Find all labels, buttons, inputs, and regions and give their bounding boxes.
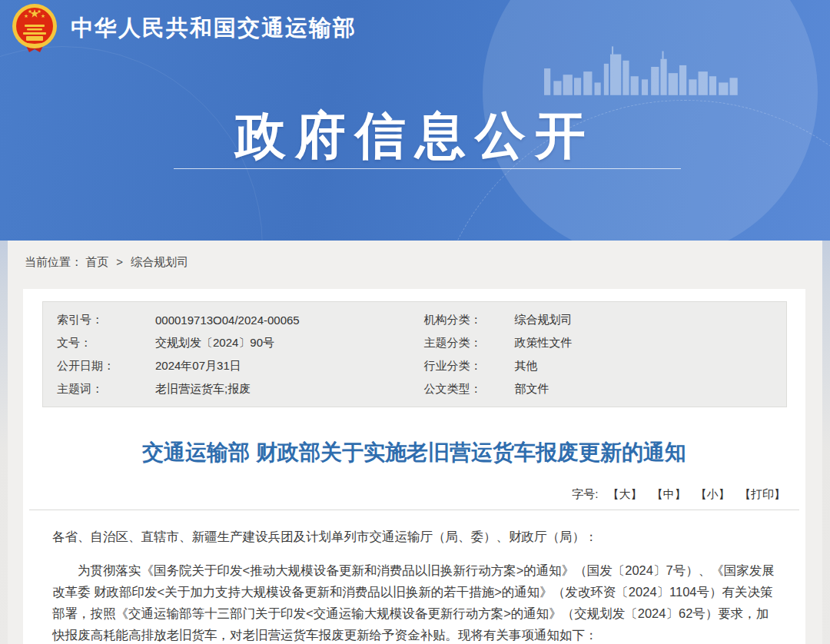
title-divider	[29, 510, 799, 510]
font-size-controls: 字号: 【大】 【中】 【小】 【打印】	[23, 487, 785, 502]
site-header: 中华人民共和国交通运输部	[0, 0, 830, 57]
meta-row-org-category: 机构分类： 综合规划司	[415, 308, 787, 331]
article-paragraph: 为贯彻落实《国务院关于印发<推动大规模设备更新和消费品以旧换新行动方案>的通知》…	[52, 559, 775, 644]
article-salutation: 各省、自治区、直辖市、新疆生产建设兵团及计划单列市交通运输厅（局、委）、财政厅（…	[52, 526, 775, 547]
meta-row-industry-category: 行业分类： 其他	[415, 354, 787, 377]
document-card: 索引号： 000019713O04/2024-00065 机构分类： 综合规划司…	[23, 289, 805, 644]
article-body: 各省、自治区、直辖市、新疆生产建设兵团及计划单列市交通运输厅（局、委）、财政厅（…	[52, 526, 775, 644]
meta-row-topic-category: 主题分类： 政策性文件	[415, 331, 787, 354]
breadcrumb-home-link[interactable]: 首页	[85, 255, 108, 268]
document-metadata-table: 索引号： 000019713O04/2024-00065 机构分类： 综合规划司…	[42, 301, 787, 407]
font-large-button[interactable]: 【大】	[607, 487, 642, 502]
meta-row-doc-type: 公文类型： 部文件	[415, 377, 787, 400]
meta-row-publish-date: 公开日期： 2024年07月31日	[43, 354, 415, 377]
font-medium-button[interactable]: 【中】	[652, 487, 686, 502]
breadcrumb-section-link[interactable]: 综合规划司	[131, 255, 188, 268]
breadcrumb-label: 当前位置：	[25, 255, 82, 268]
national-emblem-icon[interactable]	[11, 3, 58, 54]
breadcrumb-separator: >	[116, 255, 123, 268]
font-small-button[interactable]: 【小】	[696, 487, 730, 502]
content-area: 当前位置： 首页 > 综合规划司 索引号： 000019713O04/2024-…	[8, 241, 822, 644]
site-banner: 中华人民共和国交通运输部 政府信息公开	[0, 0, 830, 241]
meta-row-index-no: 索引号： 000019713O04/2024-00065	[43, 308, 415, 331]
banner-title: 政府信息公开	[0, 101, 830, 171]
gov-info-page: { "header": { "site_name": "中华人民共和国交通运输部…	[0, 0, 830, 644]
banner-title-underline	[174, 168, 681, 169]
print-button[interactable]: 【打印】	[739, 487, 785, 502]
breadcrumb: 当前位置： 首页 > 综合规划司	[8, 241, 822, 270]
meta-row-doc-no: 文号： 交规划发〔2024〕90号	[43, 331, 415, 354]
site-name[interactable]: 中华人民共和国交通运输部	[71, 13, 357, 44]
document-title: 交通运输部 财政部关于实施老旧营运货车报废更新的通知	[46, 438, 782, 467]
font-size-label: 字号:	[572, 487, 598, 500]
meta-row-keywords: 主题词： 老旧营运货车;报废	[43, 377, 415, 400]
